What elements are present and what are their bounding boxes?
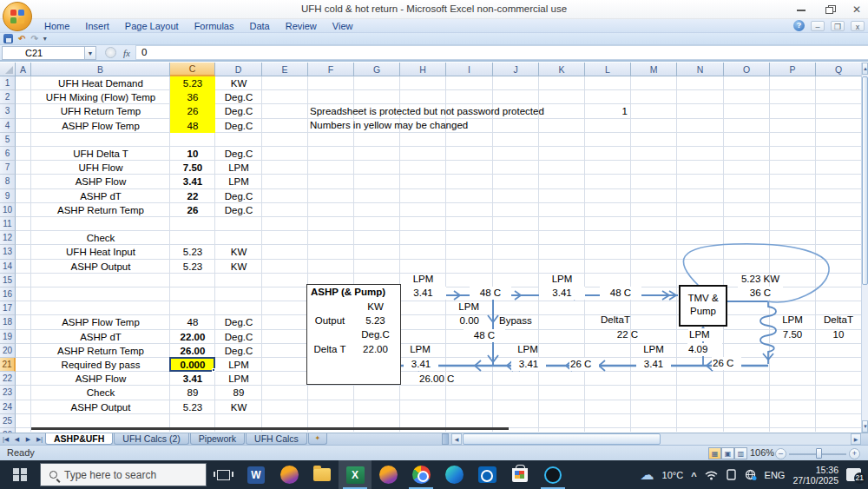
row-header-13[interactable]: 13 bbox=[0, 245, 16, 259]
help-icon[interactable]: ? bbox=[793, 20, 805, 31]
row-header-20[interactable]: 20 bbox=[0, 344, 16, 358]
redo-icon[interactable]: ↷ bbox=[30, 34, 37, 44]
undo-icon[interactable]: ↶ bbox=[18, 34, 25, 44]
phone-link-icon[interactable] bbox=[726, 469, 737, 480]
close-icon[interactable]: ✕ bbox=[851, 3, 863, 16]
save-icon[interactable] bbox=[3, 34, 13, 43]
ribbon-tab-page-layout[interactable]: Page Layout bbox=[117, 19, 187, 33]
cell-B14[interactable]: ASHP Output bbox=[31, 260, 170, 274]
cell-C22[interactable]: 3.41 bbox=[170, 372, 215, 386]
cell-B10[interactable]: ASHP Return Temp bbox=[31, 203, 170, 217]
zoom-level[interactable]: 106% bbox=[750, 447, 774, 458]
workbook-minimize-icon[interactable]: – bbox=[811, 21, 825, 31]
cell-B4[interactable]: ASHP Flow Temp bbox=[31, 119, 170, 133]
cell-B6[interactable]: UFH Delta T bbox=[31, 147, 170, 161]
office-button[interactable] bbox=[3, 2, 32, 31]
cell-D4[interactable]: Deg.C bbox=[215, 119, 262, 133]
cell-C6[interactable]: 10 bbox=[170, 147, 215, 161]
column-header-E[interactable]: E bbox=[262, 63, 308, 76]
column-header-H[interactable]: H bbox=[400, 63, 446, 76]
cell-B18[interactable]: ASHP Flow Temp bbox=[31, 315, 170, 329]
cell-B22[interactable]: ASHP Flow bbox=[31, 372, 170, 386]
ribbon-tab-insert[interactable]: Insert bbox=[77, 19, 117, 33]
row-header-23[interactable]: 23 bbox=[0, 386, 16, 400]
qat-customize-icon[interactable]: ▾ bbox=[43, 35, 47, 43]
cell-D13[interactable]: KW bbox=[215, 245, 262, 259]
privacy-browser-button[interactable] bbox=[273, 460, 306, 489]
cell-B2[interactable]: UFH Mixing (Flow) Temp bbox=[31, 90, 170, 104]
taskbar-search-input[interactable]: Type here to search bbox=[40, 463, 207, 486]
column-header-P[interactable]: P bbox=[770, 63, 816, 76]
cell-B3[interactable]: UFH Return Temp bbox=[31, 104, 170, 118]
row-header-25[interactable]: 25 bbox=[0, 414, 16, 428]
first-sheet-icon[interactable]: |◀ bbox=[0, 433, 11, 445]
scroll-up-icon[interactable]: ▲ bbox=[862, 63, 868, 75]
outlook-button[interactable] bbox=[470, 460, 503, 489]
last-sheet-icon[interactable]: ▶| bbox=[34, 433, 45, 445]
vertical-scrollbar[interactable]: ▲ ▼ bbox=[861, 63, 868, 433]
task-view-button[interactable] bbox=[207, 460, 240, 489]
file-explorer-button[interactable] bbox=[306, 460, 339, 489]
cell-C8[interactable]: 3.41 bbox=[170, 175, 215, 188]
column-header-M[interactable]: M bbox=[631, 63, 677, 76]
ribbon-tab-formulas[interactable]: Formulas bbox=[187, 19, 242, 33]
workbook-close-icon[interactable]: x bbox=[851, 21, 865, 31]
column-header-L[interactable]: L bbox=[585, 63, 631, 76]
vertical-scroll-thumb[interactable] bbox=[862, 76, 868, 285]
column-header-I[interactable]: I bbox=[446, 63, 493, 76]
wifi-icon[interactable] bbox=[705, 470, 718, 480]
weather-icon[interactable]: ☁ bbox=[641, 468, 654, 482]
row-header-4[interactable]: 4 bbox=[0, 119, 16, 133]
row-header-16[interactable]: 16 bbox=[0, 287, 16, 301]
sheet-tab-ufh-calcs[interactable]: UFH Calcs bbox=[246, 433, 307, 445]
cell-D23[interactable]: 89 bbox=[215, 386, 262, 400]
cell-B21[interactable]: Required By pass bbox=[31, 358, 170, 372]
notification-icon[interactable]: 21 bbox=[846, 468, 861, 481]
edge-button[interactable] bbox=[437, 460, 470, 489]
name-box-dropdown-icon[interactable]: ▼ bbox=[85, 46, 96, 60]
tab-splitter[interactable] bbox=[442, 433, 449, 445]
cell-D8[interactable]: LPM bbox=[215, 175, 262, 188]
row-header-18[interactable]: 18 bbox=[0, 315, 16, 329]
next-sheet-icon[interactable]: ▶ bbox=[23, 433, 34, 445]
fill-handle[interactable] bbox=[212, 368, 215, 372]
zoom-slider-thumb[interactable] bbox=[816, 448, 822, 459]
sheet-tab-ufh-calcs-2-[interactable]: UFH Calcs (2) bbox=[114, 433, 189, 445]
row-header-7[interactable]: 7 bbox=[0, 161, 16, 175]
row-header-5[interactable]: 5 bbox=[0, 133, 16, 147]
cell-D1[interactable]: KW bbox=[215, 76, 262, 90]
row-header-17[interactable]: 17 bbox=[0, 301, 16, 315]
network-icon[interactable] bbox=[745, 469, 757, 480]
cell-C19[interactable]: 22.00 bbox=[170, 330, 215, 344]
cell-C2[interactable]: 36 bbox=[170, 90, 215, 104]
ribbon-tab-data[interactable]: Data bbox=[241, 19, 277, 33]
cell-D20[interactable]: Deg.C bbox=[215, 344, 262, 358]
row-header-6[interactable]: 6 bbox=[0, 147, 16, 161]
zoom-out-icon[interactable]: – bbox=[775, 448, 786, 459]
excel-button[interactable]: X bbox=[339, 460, 372, 489]
word-button[interactable]: W bbox=[240, 460, 273, 489]
cell-D14[interactable]: KW bbox=[215, 260, 262, 274]
cell-D3[interactable]: Deg.C bbox=[215, 104, 262, 118]
cell-D18[interactable]: Deg.C bbox=[215, 315, 262, 329]
select-all-corner[interactable] bbox=[0, 63, 16, 76]
cell-B8[interactable]: ASHP Flow bbox=[31, 175, 170, 188]
column-header-O[interactable]: O bbox=[724, 63, 770, 76]
privacy-browser2-button[interactable] bbox=[372, 460, 404, 489]
cell-B7[interactable]: UFH Flow bbox=[31, 161, 170, 175]
cell-C3[interactable]: 26 bbox=[170, 104, 215, 118]
chrome-button[interactable] bbox=[404, 460, 437, 489]
horizontal-scrollbar[interactable]: ◀ ▶ bbox=[451, 433, 861, 445]
scroll-down-icon[interactable]: ▼ bbox=[862, 420, 868, 433]
column-header-Q[interactable]: Q bbox=[816, 63, 862, 76]
cell-D10[interactable]: Deg.C bbox=[215, 203, 262, 217]
row-header-11[interactable]: 11 bbox=[0, 217, 16, 231]
row-header-12[interactable]: 12 bbox=[0, 231, 16, 245]
cell-B13[interactable]: UFH Heat Input bbox=[31, 245, 170, 259]
row-header-14[interactable]: 14 bbox=[0, 260, 16, 274]
row-header-22[interactable]: 22 bbox=[0, 372, 16, 386]
cell-B9[interactable]: ASHP dT bbox=[31, 189, 170, 203]
row-header-1[interactable]: 1 bbox=[0, 76, 16, 90]
row-header-15[interactable]: 15 bbox=[0, 274, 16, 287]
workbook-restore-icon[interactable]: ❐ bbox=[831, 21, 845, 31]
